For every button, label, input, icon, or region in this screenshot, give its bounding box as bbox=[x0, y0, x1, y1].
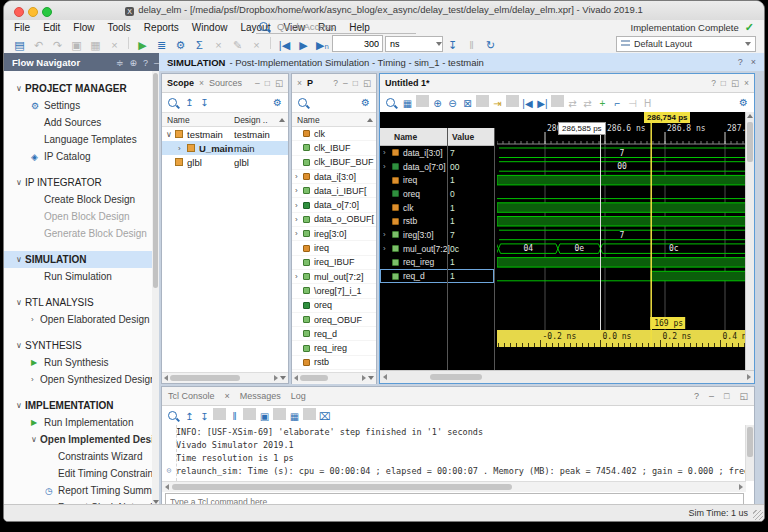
float-icon[interactable]: ◱ bbox=[739, 391, 748, 401]
expand-chevron-icon[interactable]: › bbox=[295, 201, 303, 210]
collapse-toggle-icon[interactable]: ⊝ bbox=[162, 466, 176, 475]
signal-object-row[interactable]: ireq bbox=[292, 241, 376, 255]
sidebar-item[interactable]: Edit Timing Constraints bbox=[4, 465, 152, 482]
sidebar-item[interactable]: ∨ Open Implemented Design bbox=[4, 431, 152, 448]
paste-icon[interactable]: ▦ bbox=[88, 37, 103, 53]
layout-select[interactable]: Default Layout bbox=[616, 36, 756, 52]
wave-hscrollbar[interactable] bbox=[380, 370, 754, 383]
clear-console-icon[interactable]: ⌧ bbox=[318, 409, 331, 425]
wave-signal-row[interactable]: req_d 1 bbox=[380, 269, 494, 283]
cursor-time-label[interactable]: 286,754 ps bbox=[644, 112, 690, 123]
step-icon[interactable]: ↧ bbox=[445, 37, 460, 53]
expand-chevron-icon[interactable]: › bbox=[383, 148, 392, 157]
breakpoint-icon[interactable]: × bbox=[211, 37, 226, 53]
signal-object-row[interactable]: req_ireg bbox=[292, 341, 376, 355]
dock-icon[interactable]: ≑ bbox=[116, 58, 124, 68]
maximize-icon[interactable]: □ bbox=[265, 78, 270, 88]
help-icon[interactable]: ? bbox=[143, 58, 148, 68]
delete-icon[interactable]: × bbox=[107, 37, 122, 53]
signal-object-row[interactable]: oreq bbox=[292, 299, 376, 313]
menu-edit[interactable]: Edit bbox=[43, 22, 60, 33]
signal-object-row[interactable]: rstb bbox=[292, 356, 376, 370]
sidebar-item[interactable]: Add Sources bbox=[4, 114, 152, 131]
scroll-right-icon[interactable] bbox=[274, 375, 278, 381]
scroll-right-icon[interactable] bbox=[739, 484, 743, 490]
column-value[interactable]: Value bbox=[452, 132, 474, 142]
signal-object-row[interactable]: ireq_IBUF bbox=[292, 256, 376, 270]
tab-tcl-console[interactable]: Tcl Console bbox=[168, 391, 215, 401]
sidebar-item[interactable]: Generate Block Design bbox=[4, 225, 152, 242]
marker-time-label[interactable]: 286,585 ps bbox=[558, 122, 606, 135]
sep[interactable] bbox=[128, 37, 129, 49]
clear-breakpoints-icon[interactable]: × bbox=[249, 37, 264, 53]
tab-scope[interactable]: Scope bbox=[167, 78, 194, 88]
pause-output-icon[interactable]: ‖ bbox=[228, 409, 241, 425]
maximize-icon[interactable]: □ bbox=[353, 78, 358, 88]
expand-chevron-icon[interactable]: › bbox=[295, 229, 303, 238]
sidebar-item[interactable]: › Open Elaborated Design bbox=[4, 311, 152, 328]
save-waveform-icon[interactable]: ▦ bbox=[401, 96, 414, 112]
expand-chevron-icon[interactable]: ∨ bbox=[166, 130, 175, 139]
signal-object-row[interactable]: clk_IBUF_BUF bbox=[292, 156, 376, 170]
signal-object-row[interactable]: \oreg[7]_i_1 bbox=[292, 284, 376, 298]
expand-chevron-icon[interactable]: › bbox=[383, 230, 392, 239]
prev-transition-icon[interactable]: |◀ bbox=[521, 96, 534, 112]
zoom-in-icon[interactable]: ⊕ bbox=[431, 96, 444, 112]
tab-objects-truncated[interactable]: P bbox=[307, 78, 313, 88]
sep[interactable] bbox=[213, 408, 226, 420]
expand-chevron-icon[interactable]: › bbox=[295, 272, 303, 281]
sidebar-item[interactable]: ◷ Report Timing Summary bbox=[4, 482, 152, 499]
zoom-out-icon[interactable]: ⊖ bbox=[446, 96, 459, 112]
snap-icon[interactable]: H bbox=[641, 96, 654, 112]
sep[interactable] bbox=[551, 95, 564, 107]
edit-breakpoint-icon[interactable]: ✎ bbox=[230, 37, 245, 53]
signal-object-row[interactable]: › data_i[3:0] bbox=[292, 170, 376, 184]
tcl-console-log[interactable]: INFO: [USF-XSim-69] 'elaborate' step fin… bbox=[162, 425, 746, 481]
help-icon[interactable]: ? bbox=[711, 78, 716, 88]
goto-marker-icon[interactable]: ⌐ bbox=[611, 96, 624, 112]
search-icon[interactable] bbox=[386, 98, 395, 107]
tab-messages[interactable]: Messages bbox=[240, 391, 281, 401]
column-name[interactable]: Name bbox=[297, 115, 320, 125]
waveform-title[interactable]: Untitled 1* bbox=[385, 78, 430, 88]
close-tab-icon[interactable]: × bbox=[225, 391, 230, 401]
wave-signal-row[interactable]: oreq 0 bbox=[380, 187, 494, 201]
run-all-icon[interactable]: ▶ bbox=[296, 37, 311, 53]
copy-icon[interactable]: ▣ bbox=[258, 409, 271, 425]
sidebar-item[interactable]: ▶ Run Implementation bbox=[4, 414, 152, 431]
sep[interactable] bbox=[303, 408, 316, 420]
quick-access-search[interactable]: Quick Access bbox=[256, 20, 416, 34]
menu-file[interactable]: File bbox=[14, 22, 30, 33]
collapse-all-icon[interactable]: ↥ bbox=[183, 409, 196, 425]
sidebar-item[interactable]: ∨ RTL ANALYSIS bbox=[4, 294, 152, 311]
wave-vscrollbar[interactable] bbox=[745, 112, 754, 371]
reorder-icon[interactable]: ⇄ bbox=[581, 96, 594, 112]
redo-icon[interactable]: ↷ bbox=[50, 37, 65, 53]
column-name[interactable]: Name bbox=[394, 132, 417, 142]
sidebar-item[interactable]: › Open Synthesized Design bbox=[4, 371, 152, 388]
next-transition-icon[interactable]: ▶| bbox=[536, 96, 549, 112]
sidebar-item[interactable]: Create Block Design bbox=[4, 191, 152, 208]
minimize-icon[interactable]: – bbox=[343, 78, 348, 88]
sidebar-item[interactable]: Language Templates bbox=[4, 131, 152, 148]
run-for-time-icon[interactable]: ▶ₙ bbox=[315, 37, 330, 53]
menu-reports[interactable]: Reports bbox=[144, 22, 179, 33]
zoom-fit-icon[interactable]: ⊠ bbox=[461, 96, 474, 112]
panel-divider[interactable] bbox=[494, 128, 495, 383]
sep[interactable] bbox=[506, 95, 519, 107]
expand-chevron-icon[interactable]: › bbox=[295, 172, 303, 181]
sep[interactable] bbox=[476, 95, 489, 107]
close-icon[interactable]: × bbox=[751, 57, 756, 67]
expand-chevron-icon[interactable]: › bbox=[383, 162, 392, 171]
sidebar-item[interactable]: Constraints Wizard bbox=[4, 448, 152, 465]
scope-row[interactable]: › U_main main bbox=[162, 141, 288, 155]
relaunch-setup-icon[interactable]: ≣ bbox=[154, 37, 169, 53]
gear-icon[interactable]: ⚙ bbox=[737, 95, 750, 111]
collapse-all-icon[interactable]: ↥ bbox=[183, 95, 196, 111]
scope-row[interactable]: ∨ testmain testmain bbox=[162, 127, 288, 141]
wave-signal-row[interactable]: ireq 1 bbox=[380, 173, 494, 187]
menu-tools[interactable]: Tools bbox=[107, 22, 130, 33]
signal-object-row[interactable]: › data_i_IBUF[ bbox=[292, 184, 376, 198]
sep[interactable] bbox=[243, 408, 256, 420]
scroll-left-icon[interactable] bbox=[383, 374, 387, 380]
